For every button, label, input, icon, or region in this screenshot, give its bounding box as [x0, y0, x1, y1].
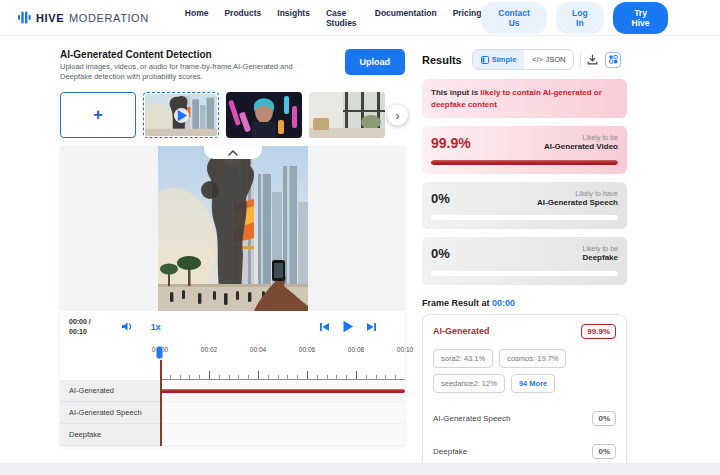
thumb-play-overlay	[144, 93, 218, 137]
burning-skyscraper-video-art	[158, 146, 308, 311]
video-player-group: 00:00 / 00:10 1x	[60, 146, 405, 446]
timeline-area: 00:00 00:02 00:04 00:06 00:08 00:10 AI-G…	[60, 346, 405, 446]
top-navbar: HIVEMODERATION Home Products Insights Ca…	[0, 0, 720, 36]
scrubber-handle[interactable]	[156, 346, 163, 359]
nav-link-home[interactable]: Home	[185, 8, 209, 28]
detection-span-bar	[160, 389, 405, 393]
volume-button[interactable]	[121, 321, 134, 332]
try-hive-button[interactable]: Try Hive	[613, 2, 668, 34]
thumbnail-cyberpunk-portrait[interactable]	[226, 92, 302, 138]
track-label: AI-Generated	[60, 380, 160, 402]
skip-to-end-button[interactable]	[366, 322, 377, 332]
score-card-ai-generated-video: 99.9% Likely to be AI-Generated Video	[422, 126, 627, 173]
frame-timestamp: 00:00	[492, 298, 515, 308]
brand-name-light: MODERATION	[69, 12, 149, 24]
layout-icon	[609, 55, 618, 64]
player-controls: 00:00 / 00:10 1x	[60, 311, 405, 342]
cyberpunk-thumb-art	[226, 92, 302, 138]
tick-label: 00:08	[348, 346, 364, 353]
view-toggle: Simple </> JSON	[472, 49, 575, 70]
score-qualifier: Likely to be	[582, 244, 618, 253]
toggle-simple[interactable]: Simple	[473, 50, 525, 69]
tick-labels: 00:00 00:02 00:04 00:06 00:08 00:10	[160, 346, 405, 356]
score-qualifier: Likely to have	[537, 189, 618, 198]
nav-link-documentation[interactable]: Documentation	[375, 8, 437, 28]
play-icon	[342, 320, 354, 333]
play-icon	[174, 108, 189, 123]
frame-class-score-badge: 99.9%	[581, 324, 616, 339]
playhead-line	[160, 360, 162, 446]
results-title: Results	[422, 54, 462, 66]
contact-us-button[interactable]: Contact Us	[481, 2, 546, 34]
tick-label: 00:02	[201, 346, 217, 353]
download-icon	[587, 54, 598, 65]
sample-thumbnails-strip: +	[60, 91, 405, 139]
interior-thumb-art	[309, 92, 385, 138]
model-chip-seedance2: seedance2: 12%	[433, 374, 505, 393]
score-label: Deepfake	[582, 253, 618, 263]
score-progress-track	[431, 215, 618, 220]
score-label: AI-Generated Video	[544, 142, 618, 152]
skip-end-icon	[366, 322, 377, 332]
transport-controls	[319, 320, 377, 333]
model-chip-cosmos: cosmos: 19.7%	[499, 349, 566, 368]
nav-link-products[interactable]: Products	[224, 8, 261, 28]
score-card-ai-generated-speech: 0% Likely to have AI-Generated Speech	[422, 182, 627, 229]
brand-logo[interactable]: HIVEMODERATION	[18, 10, 149, 25]
results-panel: Results Simple </> JSON	[422, 49, 627, 475]
speaker-icon	[121, 321, 134, 332]
seek-ruler[interactable]	[160, 371, 405, 380]
frame-class-score-badge: 0%	[592, 444, 616, 459]
main-navigation: Home Products Insights Case Studies Docu…	[185, 8, 482, 28]
page-description: Upload images, videos, or audio for fram…	[60, 62, 322, 82]
detection-alert: This input is likely to contain AI-gener…	[422, 79, 627, 118]
layout-settings-button[interactable]	[605, 52, 621, 68]
playback-speed-button[interactable]: 1x	[151, 322, 161, 332]
track-lane	[160, 424, 405, 446]
score-progress-fill	[431, 160, 618, 165]
more-models-button[interactable]: 94 More	[511, 374, 555, 393]
skip-to-start-button[interactable]	[319, 322, 330, 332]
collapse-player-tab[interactable]	[204, 146, 262, 159]
score-value: 99.9%	[431, 135, 471, 151]
log-in-button[interactable]: Log In	[556, 2, 604, 34]
panel-header: AI-Generated Content Detection Upload im…	[60, 49, 405, 82]
frame-class-label: AI-Generated	[433, 326, 490, 336]
frame-class-score-badge: 0%	[592, 411, 616, 426]
code-icon: </>	[532, 56, 542, 63]
tick-label: 00:04	[250, 346, 266, 353]
frame-class-label: AI-Generated Speech	[433, 414, 510, 423]
detection-panel: AI-Generated Content Detection Upload im…	[60, 49, 405, 475]
frame-result-heading: Frame Result at 00:00	[422, 298, 627, 308]
nav-link-insights[interactable]: Insights	[277, 8, 310, 28]
upload-button[interactable]: Upload	[345, 49, 406, 75]
score-label: AI-Generated Speech	[537, 198, 618, 208]
track-lane	[160, 380, 405, 402]
thumbnail-burning-skyscraper-video[interactable]	[143, 92, 219, 138]
track-lane	[160, 402, 405, 424]
track-label: AI-Generated Speech	[60, 402, 160, 424]
tick-label: 00:10	[397, 346, 413, 353]
play-button[interactable]	[342, 320, 354, 333]
track-row-ai-generated: AI-Generated	[60, 380, 405, 402]
tick-label: 00:06	[299, 346, 315, 353]
frame-speech-row: AI-Generated Speech 0%	[423, 402, 626, 435]
download-results-button[interactable]	[587, 54, 598, 65]
add-media-tile[interactable]: +	[60, 92, 136, 138]
nav-link-pricing[interactable]: Pricing	[453, 8, 482, 28]
score-qualifier: Likely to be	[544, 133, 618, 142]
video-stage	[60, 146, 405, 311]
page-bottom-strip	[0, 463, 720, 475]
thumbnail-interior-room[interactable]	[309, 92, 385, 138]
track-row-deepfake: Deepfake	[60, 424, 405, 446]
nav-link-case-studies[interactable]: Case Studies	[326, 8, 359, 28]
score-progress-track	[431, 160, 618, 165]
brand-name-bold: HIVE	[36, 12, 64, 24]
thumbnails-next-button[interactable]: ›	[387, 105, 408, 126]
score-card-deepfake: 0% Likely to be Deepfake	[422, 237, 627, 284]
video-preview[interactable]	[158, 146, 308, 311]
model-chips: sora2: 43.1% cosmos: 19.7% seedance2: 12…	[423, 348, 626, 402]
score-value: 0%	[431, 191, 450, 206]
toggle-json[interactable]: </> JSON	[524, 50, 573, 69]
playback-time: 00:00 / 00:10	[69, 317, 91, 336]
